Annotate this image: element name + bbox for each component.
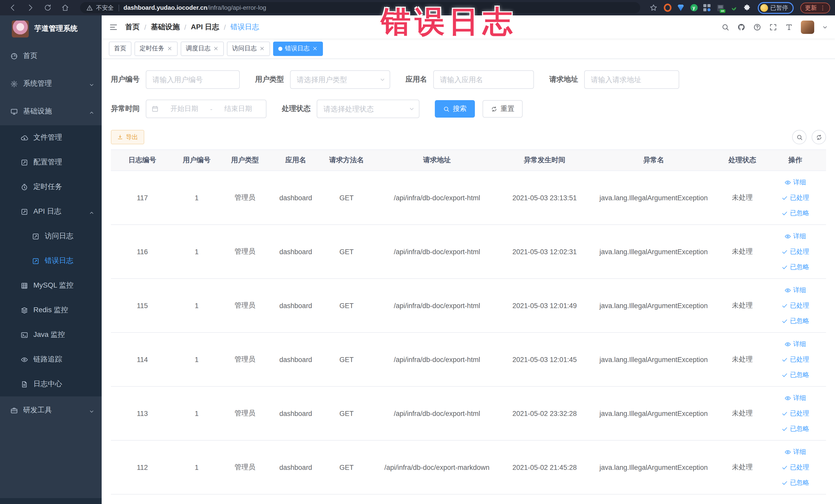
action-processed-link[interactable]: 已处理 [781, 193, 809, 202]
extension-green-icon[interactable]: y [690, 4, 697, 11]
close-icon[interactable] [259, 46, 265, 52]
address-bar[interactable]: 不安全 dashboard.yudao.iocoder.cn /infra/lo… [80, 2, 640, 13]
close-icon[interactable] [167, 46, 172, 52]
breadcrumb-item[interactable]: API 日志 [191, 22, 219, 32]
cell-exception-time: 2021-05-03 23:13:51 [502, 194, 587, 202]
fullscreen-icon[interactable] [769, 23, 777, 31]
breadcrumb-item[interactable]: 错误日志 [230, 22, 259, 32]
check-icon [781, 425, 788, 432]
cell-log-id: 115 [111, 302, 174, 309]
exception-time-label: 异常时间 [111, 104, 140, 114]
tab-错误日志[interactable]: 错误日志 [273, 41, 323, 56]
action-ignored-link[interactable]: 已忽略 [781, 478, 809, 487]
browser-forward-icon[interactable] [26, 4, 34, 12]
sidebar-item-trace[interactable]: 链路追踪 [0, 347, 102, 372]
sidebar-item-log-center[interactable]: 日志中心 [0, 372, 102, 397]
action-detail-link[interactable]: 详细 [785, 232, 806, 241]
extension-orange-icon[interactable] [664, 4, 671, 12]
browser-update-chip[interactable]: 更新 ⋮ [800, 2, 830, 13]
action-ignored-link[interactable]: 已忽略 [781, 317, 809, 325]
sidebar-item-home[interactable]: 首页 [0, 42, 102, 70]
action-detail-link[interactable]: 详细 [785, 447, 806, 456]
close-icon[interactable] [312, 46, 318, 52]
extension-on-icon[interactable]: on [716, 4, 724, 12]
action-processed-link[interactable]: 已处理 [781, 247, 809, 256]
action-processed-link[interactable]: 已处理 [781, 355, 809, 364]
column-header-7: 异常发生时间 [502, 156, 587, 165]
profile-paused-chip[interactable]: 已暂停 [757, 2, 794, 14]
cell-app-name: dashboard [270, 302, 321, 309]
user-menu-caret-icon[interactable] [822, 24, 828, 30]
breadcrumb-item[interactable]: 首页 [125, 22, 140, 32]
action-ignored-link[interactable]: 已忽略 [781, 370, 809, 379]
action-ignored-link[interactable]: 已忽略 [781, 424, 809, 433]
check-icon [781, 264, 788, 270]
bookmark-star-icon[interactable] [649, 4, 657, 12]
action-ignored-link[interactable]: 已忽略 [781, 263, 809, 271]
browser-reload-icon[interactable] [44, 4, 52, 12]
action-processed-link[interactable]: 已处理 [781, 409, 809, 418]
eye-icon [785, 179, 791, 186]
sidebar-item-java-monitor[interactable]: Java 监控 [0, 322, 102, 347]
sidebar-item-error-log[interactable]: 错误日志 [0, 248, 102, 273]
sidebar-item-redis-monitor[interactable]: Redis 监控 [0, 298, 102, 322]
sidebar-item-cron-job[interactable]: 定时任务 [0, 175, 102, 199]
cell-user-id: 1 [174, 356, 220, 363]
action-processed-link[interactable]: 已处理 [781, 301, 809, 310]
app-name-label: 应用名 [406, 75, 427, 84]
reset-button[interactable]: 重置 [483, 100, 523, 118]
refresh-table-button[interactable] [812, 130, 826, 144]
font-size-icon[interactable] [785, 23, 793, 31]
browser-back-icon[interactable] [9, 4, 17, 12]
user-type-select[interactable] [290, 70, 390, 89]
sidebar-item-system[interactable]: 系统管理 [0, 70, 102, 98]
breadcrumb-separator: / [184, 23, 186, 31]
toggle-search-button[interactable] [792, 130, 807, 144]
action-processed-link[interactable]: 已处理 [781, 463, 809, 472]
close-icon[interactable] [213, 46, 219, 52]
extension-shield-icon[interactable] [677, 4, 685, 12]
browser-menu-icon[interactable]: ⋮ [820, 5, 826, 11]
sidebar-item-file-manage[interactable]: 文件管理 [0, 125, 102, 150]
tab-首页[interactable]: 首页 [109, 41, 131, 56]
action-detail-link[interactable]: 详细 [785, 340, 806, 348]
github-icon[interactable] [737, 23, 746, 31]
sidebar-fold-icon[interactable] [109, 22, 118, 32]
sidebar-item-infra[interactable]: 基础设施 [0, 98, 102, 125]
action-ignored-link[interactable]: 已忽略 [781, 209, 809, 218]
sidebar-menu: 首页系统管理基础设施文件管理配置管理定时任务API 日志访问日志错误日志MySQ… [0, 42, 102, 424]
app-name-input[interactable] [433, 70, 534, 89]
browser-home-icon[interactable] [61, 4, 69, 12]
cell-exception-time: 2021-05-02 21:45:28 [502, 463, 587, 471]
action-detail-link[interactable]: 详细 [785, 394, 806, 402]
process-status-select[interactable] [317, 100, 420, 118]
sidebar-item-config-manage[interactable]: 配置管理 [0, 150, 102, 175]
url-divider [118, 4, 119, 11]
extension-grid-icon[interactable] [703, 4, 711, 12]
breadcrumb-item[interactable]: 基础设施 [151, 22, 180, 32]
column-header-3: 用户类型 [220, 156, 270, 165]
user-avatar[interactable] [801, 20, 814, 34]
sidebar-collapse-bar[interactable] [0, 498, 102, 504]
user-id-input[interactable] [146, 70, 240, 89]
sidebar-item-mysql-monitor[interactable]: MySQL 监控 [0, 273, 102, 298]
action-detail-link[interactable]: 详细 [785, 178, 806, 187]
sidebar-item-dev-tools[interactable]: 研发工具 [0, 397, 102, 424]
extensions-puzzle-icon[interactable] [743, 4, 750, 11]
help-icon[interactable] [753, 23, 761, 31]
export-button[interactable]: 导出 [111, 130, 144, 144]
app-logo[interactable]: 芋道管理系统 [0, 15, 102, 42]
cell-request-url: /api/infra/db-doc/export-markdown [372, 463, 502, 471]
tab-调度日志[interactable]: 调度日志 [181, 41, 224, 56]
action-detail-link[interactable]: 详细 [785, 286, 806, 295]
request-url-input[interactable] [584, 70, 679, 89]
tab-访问日志[interactable]: 访问日志 [227, 41, 270, 56]
extension-leaf-icon[interactable] [730, 4, 737, 12]
tab-定时任务[interactable]: 定时任务 [135, 41, 178, 56]
header-search-icon[interactable] [721, 23, 730, 31]
column-header-9: 处理状态 [720, 156, 765, 165]
sidebar-item-access-log[interactable]: 访问日志 [0, 224, 102, 248]
search-button[interactable]: 搜索 [435, 100, 475, 118]
exception-time-range-picker[interactable]: 开始日期 - 结束日期 [146, 100, 266, 118]
sidebar-item-api-log[interactable]: API 日志 [0, 199, 102, 224]
